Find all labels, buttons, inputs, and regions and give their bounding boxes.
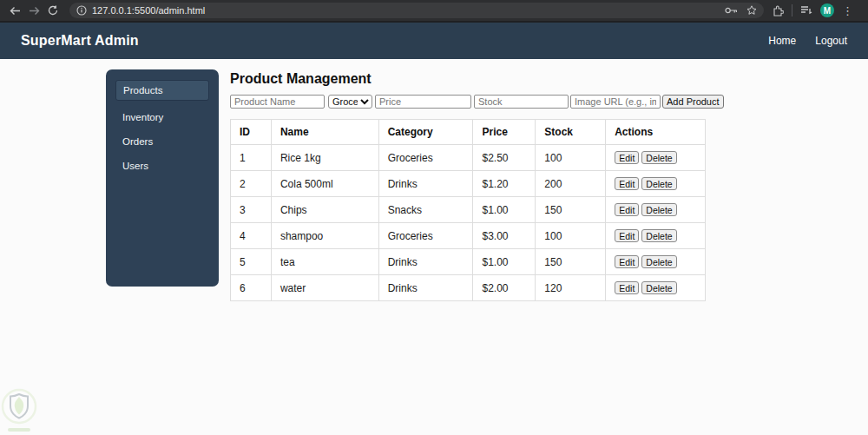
cell-price: $1.20 xyxy=(473,171,536,197)
edit-button[interactable]: Edit xyxy=(615,177,639,190)
main-content: Product Management Groceries Add Product… xyxy=(230,71,716,301)
sidebar-item-orders[interactable]: Orders xyxy=(115,132,209,151)
table-row: 1Rice 1kgGroceries$2.50100EditDelete xyxy=(231,145,706,171)
toolbar-divider xyxy=(792,4,792,16)
sidebar-item-products[interactable]: Products xyxy=(115,80,209,101)
cell-stock: 200 xyxy=(536,171,606,197)
cell-price: $3.00 xyxy=(473,223,536,249)
edit-button[interactable]: Edit xyxy=(615,203,639,216)
cell-id: 3 xyxy=(231,197,272,223)
cell-stock: 100 xyxy=(536,145,606,171)
cell-name: shampoo xyxy=(271,223,378,249)
reading-list-icon[interactable] xyxy=(800,5,812,16)
column-header-name: Name xyxy=(271,120,378,145)
cell-stock: 100 xyxy=(536,223,606,249)
watermark-logo xyxy=(1,388,41,435)
cell-name: Chips xyxy=(271,197,378,223)
delete-button[interactable]: Delete xyxy=(641,229,676,242)
column-header-id: ID xyxy=(231,120,272,145)
nav-home-link[interactable]: Home xyxy=(768,35,796,47)
avatar[interactable]: M xyxy=(820,3,834,17)
cell-price: $2.00 xyxy=(473,275,536,301)
delete-button[interactable]: Delete xyxy=(641,151,676,164)
delete-button[interactable]: Delete xyxy=(641,255,676,268)
delete-button[interactable]: Delete xyxy=(641,281,676,294)
cell-stock: 150 xyxy=(536,197,606,223)
table-row: 5teaDrinks$1.00150EditDelete xyxy=(231,249,706,275)
cell-stock: 120 xyxy=(536,275,606,301)
site-info-icon[interactable] xyxy=(76,5,87,16)
menu-dots-icon[interactable]: ⋮ xyxy=(842,5,853,16)
stock-input[interactable] xyxy=(474,95,569,109)
edit-button[interactable]: Edit xyxy=(615,229,639,242)
category-select[interactable]: Groceries xyxy=(328,95,372,109)
price-input[interactable] xyxy=(375,95,471,109)
cell-id: 1 xyxy=(231,145,272,171)
browser-toolbar: 127.0.0.1:5500/admin.html M ⋮ xyxy=(0,0,868,23)
column-header-actions: Actions xyxy=(606,120,706,145)
table-row: 6waterDrinks$2.00120EditDelete xyxy=(231,275,706,301)
cell-category: Drinks xyxy=(378,249,473,275)
cell-actions: EditDelete xyxy=(606,197,706,223)
cell-id: 2 xyxy=(231,171,272,197)
cell-actions: EditDelete xyxy=(606,275,706,301)
edit-button[interactable]: Edit xyxy=(615,151,639,164)
cell-name: water xyxy=(271,275,378,301)
delete-button[interactable]: Delete xyxy=(641,203,676,216)
edit-button[interactable]: Edit xyxy=(615,255,639,268)
cell-id: 4 xyxy=(231,223,272,249)
table-row: 3ChipsSnacks$1.00150EditDelete xyxy=(231,197,706,223)
url-text[interactable]: 127.0.0.1:5500/admin.html xyxy=(92,5,725,16)
cell-category: Groceries xyxy=(378,145,473,171)
cell-actions: EditDelete xyxy=(606,249,706,275)
delete-button[interactable]: Delete xyxy=(641,177,676,190)
cell-category: Groceries xyxy=(378,223,473,249)
products-table: IDNameCategoryPriceStockActions 1Rice 1k… xyxy=(230,119,706,301)
sidebar: Products Inventory Orders Users xyxy=(106,69,219,287)
page-title: Product Management xyxy=(230,71,716,87)
cell-actions: EditDelete xyxy=(606,171,706,197)
cell-name: Rice 1kg xyxy=(271,145,378,171)
edit-button[interactable]: Edit xyxy=(615,281,639,294)
add-product-button[interactable]: Add Product xyxy=(662,95,724,109)
screen: 127.0.0.1:5500/admin.html M ⋮ Sup xyxy=(0,0,868,435)
cell-category: Drinks xyxy=(378,171,473,197)
site-header: SuperMart Admin Home Logout xyxy=(0,23,868,59)
address-bar[interactable]: 127.0.0.1:5500/admin.html xyxy=(69,3,764,18)
add-product-form: Groceries Add Product xyxy=(230,94,716,109)
cell-category: Snacks xyxy=(378,197,473,223)
product-name-input[interactable] xyxy=(230,95,325,109)
table-header-row: IDNameCategoryPriceStockActions xyxy=(231,120,706,145)
sidebar-item-inventory[interactable]: Inventory xyxy=(115,108,209,127)
column-header-price: Price xyxy=(473,120,536,145)
sidebar-item-users[interactable]: Users xyxy=(115,156,209,175)
table-row: 4shampooGroceries$3.00100EditDelete xyxy=(231,223,706,249)
reload-icon[interactable] xyxy=(43,3,62,18)
star-icon[interactable] xyxy=(746,5,757,16)
cell-id: 6 xyxy=(231,275,272,301)
cell-actions: EditDelete xyxy=(606,145,706,171)
table-row: 2Cola 500mlDrinks$1.20200EditDelete xyxy=(231,171,706,197)
extensions-icon[interactable] xyxy=(773,5,784,16)
cell-price: $1.00 xyxy=(473,197,536,223)
cell-category: Drinks xyxy=(378,275,473,301)
column-header-category: Category xyxy=(378,120,473,145)
column-header-stock: Stock xyxy=(536,120,606,145)
cell-price: $1.00 xyxy=(473,249,536,275)
cell-actions: EditDelete xyxy=(606,223,706,249)
cell-id: 5 xyxy=(231,249,272,275)
forward-icon[interactable] xyxy=(24,3,43,18)
site-title: SuperMart Admin xyxy=(21,33,139,49)
key-icon[interactable] xyxy=(725,6,738,15)
cell-name: Cola 500ml xyxy=(271,171,378,197)
cell-price: $2.50 xyxy=(473,145,536,171)
image-url-input[interactable] xyxy=(570,95,661,109)
cell-name: tea xyxy=(271,249,378,275)
nav-logout-link[interactable]: Logout xyxy=(815,35,847,47)
cell-stock: 150 xyxy=(536,249,606,275)
back-icon[interactable] xyxy=(5,3,24,18)
